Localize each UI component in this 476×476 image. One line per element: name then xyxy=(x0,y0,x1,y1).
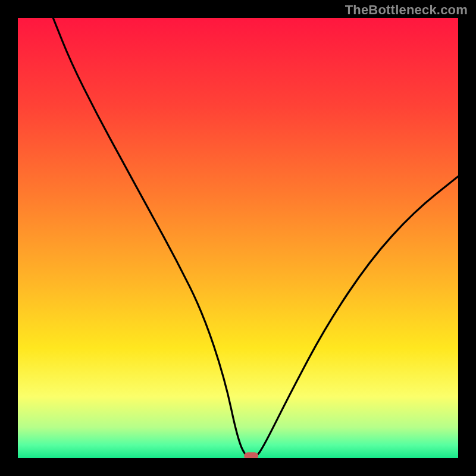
chart-background xyxy=(18,18,458,458)
attribution-label: TheBottleneck.com xyxy=(345,2,468,18)
chart-frame: TheBottleneck.com xyxy=(0,0,476,476)
bottleneck-chart xyxy=(18,18,458,458)
optimum-marker xyxy=(244,452,258,458)
